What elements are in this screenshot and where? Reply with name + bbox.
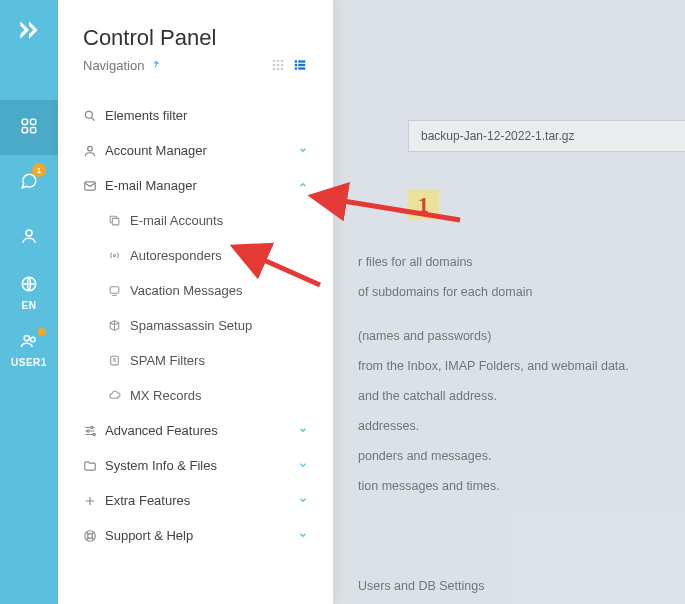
- info-line: of subdomains for each domain: [358, 277, 665, 307]
- leftbar-dashboard[interactable]: [0, 100, 58, 155]
- chevron-up-icon: [298, 180, 308, 192]
- panel-subtitle: Navigation: [83, 58, 144, 73]
- lifebuoy-icon: [83, 529, 105, 543]
- svg-rect-9: [277, 60, 279, 62]
- copy-icon: [108, 214, 130, 227]
- broadcast-icon: [108, 249, 130, 262]
- svg-rect-22: [298, 67, 305, 69]
- svg-rect-14: [273, 68, 275, 70]
- svg-rect-3: [31, 128, 36, 133]
- panel-title: Control Panel: [83, 25, 308, 51]
- leftbar-user[interactable]: USER1: [0, 320, 58, 380]
- backup-file-field[interactable]: backup-Jan-12-2022-1.tar.gz: [408, 120, 685, 152]
- nav-menu: Elements filter Account Manager E-mail M…: [58, 88, 333, 563]
- user-label: USER1: [11, 357, 47, 368]
- chat-badge: 1: [32, 163, 46, 177]
- nav-label: Account Manager: [105, 143, 207, 158]
- svg-rect-19: [295, 64, 297, 66]
- svg-rect-8: [273, 60, 275, 62]
- globe-icon: [20, 275, 38, 296]
- svg-rect-16: [281, 68, 283, 70]
- svg-rect-11: [273, 64, 275, 66]
- svg-rect-15: [277, 68, 279, 70]
- nav-sub-label: E-mail Accounts: [130, 213, 223, 228]
- svg-rect-21: [295, 67, 297, 69]
- svg-rect-2: [22, 128, 27, 133]
- nav-elements-filter[interactable]: Elements filter: [58, 98, 333, 133]
- svg-point-7: [31, 337, 36, 342]
- svg-point-32: [93, 433, 95, 435]
- svg-point-34: [88, 533, 93, 538]
- info-line: Users and DB Settings: [358, 571, 665, 601]
- leftbar-messages[interactable]: 1: [0, 155, 58, 210]
- nav-label: System Info & Files: [105, 458, 217, 473]
- nav-label: Extra Features: [105, 493, 190, 508]
- cube-icon: [108, 319, 130, 332]
- grid-icon: [20, 117, 38, 138]
- nav-label: E-mail Manager: [105, 178, 197, 193]
- search-icon: [83, 109, 105, 123]
- info-text-block: r files for all domains of subdomains fo…: [358, 247, 665, 601]
- pin-icon[interactable]: [150, 59, 161, 72]
- message-icon: [108, 284, 130, 297]
- nav-label: Advanced Features: [105, 423, 218, 438]
- chevron-down-icon: [298, 145, 308, 157]
- svg-rect-28: [110, 287, 119, 294]
- cloud-icon: [108, 389, 130, 402]
- nav-label: Elements filter: [105, 108, 187, 123]
- chevron-down-icon: [298, 495, 308, 507]
- annotation-number-1: 1: [408, 190, 439, 220]
- nav-email-manager[interactable]: E-mail Manager: [58, 168, 333, 203]
- svg-rect-12: [277, 64, 279, 66]
- sliders-icon: [83, 424, 105, 438]
- user-icon: [20, 227, 38, 248]
- view-grid-icon[interactable]: [270, 57, 286, 73]
- nav-sub-label: Autoresponders: [130, 248, 222, 263]
- svg-point-23: [85, 111, 92, 118]
- nav-spam-filters[interactable]: SPAM Filters: [58, 343, 333, 378]
- svg-point-31: [87, 429, 89, 431]
- nav-mx-records[interactable]: MX Records: [58, 378, 333, 413]
- nav-email-accounts[interactable]: E-mail Accounts: [58, 203, 333, 238]
- nav-spamassassin[interactable]: Spamassassin Setup: [58, 308, 333, 343]
- nav-support-help[interactable]: Support & Help: [58, 518, 333, 553]
- nav-vacation-messages[interactable]: Vacation Messages: [58, 273, 333, 308]
- nav-sub-label: MX Records: [130, 388, 202, 403]
- left-icon-bar: 1 EN USER1: [0, 0, 58, 604]
- filter-icon: [108, 354, 130, 367]
- navigation-panel: Control Panel Navigation E: [58, 0, 333, 604]
- svg-rect-26: [112, 218, 119, 225]
- nav-account-manager[interactable]: Account Manager: [58, 133, 333, 168]
- svg-rect-13: [281, 64, 283, 66]
- info-line: addresses.: [358, 411, 665, 441]
- chevron-down-icon: [298, 460, 308, 472]
- svg-point-27: [113, 254, 115, 256]
- svg-rect-18: [298, 60, 305, 62]
- notification-dot-icon: [36, 326, 48, 338]
- chevron-down-icon: [298, 530, 308, 542]
- mail-icon: [83, 179, 105, 193]
- svg-rect-10: [281, 60, 283, 62]
- nav-sub-label: SPAM Filters: [130, 353, 205, 368]
- svg-point-30: [91, 426, 93, 428]
- svg-rect-17: [295, 60, 297, 62]
- info-line: from the Inbox, IMAP Folders, and webmai…: [358, 351, 665, 381]
- nav-extra-features[interactable]: Extra Features: [58, 483, 333, 518]
- info-line: ponders and messages.: [358, 441, 665, 471]
- person-icon: [83, 144, 105, 158]
- nav-autoresponders[interactable]: Autoresponders: [58, 238, 333, 273]
- view-list-icon[interactable]: [292, 57, 308, 73]
- info-line: tion messages and times.: [358, 471, 665, 501]
- svg-point-6: [24, 335, 29, 340]
- nav-sub-label: Spamassassin Setup: [130, 318, 252, 333]
- leftbar-language[interactable]: EN: [0, 265, 58, 320]
- info-line: (names and passwords): [358, 321, 665, 351]
- folder-icon: [83, 459, 105, 473]
- nav-advanced-features[interactable]: Advanced Features: [58, 413, 333, 448]
- logo-icon: [0, 0, 58, 60]
- plus-icon: [83, 494, 105, 508]
- leftbar-profile[interactable]: [0, 210, 58, 265]
- nav-system-info[interactable]: System Info & Files: [58, 448, 333, 483]
- info-line: r files for all domains: [358, 247, 665, 277]
- svg-rect-20: [298, 64, 305, 66]
